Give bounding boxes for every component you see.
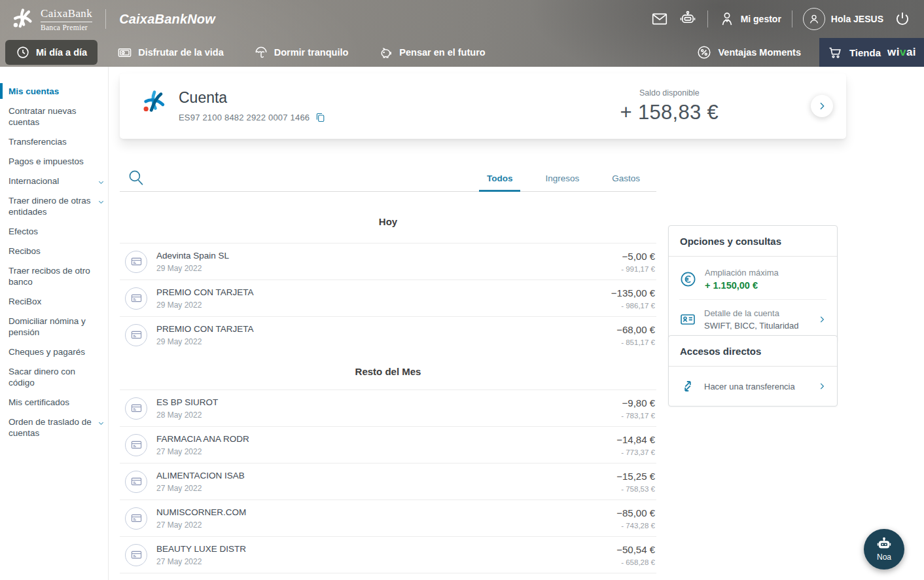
sidebar-item[interactable]: Efectos: [0, 221, 108, 241]
nav-label: Dormir tranquilo: [274, 47, 349, 58]
transaction-amount: −85,00 €: [616, 507, 655, 518]
transaction-name: NUMISCORNER.COM: [156, 507, 246, 517]
ventajas-label: Ventajas Moments: [718, 47, 801, 58]
transaction-date: 27 May 2022: [156, 484, 245, 493]
transaction-row[interactable]: ALIMENTACION ISAB27 May 2022−15,25 €- 75…: [120, 463, 656, 499]
transaction-row[interactable]: ES BP SIUROT28 May 2022−9,80 €- 783,17 €: [120, 390, 656, 426]
person-pin-icon: [719, 10, 736, 27]
transaction-date: 29 May 2022: [156, 300, 254, 310]
search-icon[interactable]: [127, 168, 145, 187]
chatbot-icon[interactable]: [679, 10, 697, 28]
sidebar-item[interactable]: Orden de traslado de cuentas: [0, 412, 108, 443]
ampliacion-maxima-item[interactable]: Ampliación máxima + 1.150,00 €: [679, 259, 826, 299]
transaction-date: 27 May 2022: [156, 447, 249, 456]
transactions-tabs: TodosIngresosGastos: [471, 166, 656, 192]
transaction-amount: −5,00 €: [621, 251, 655, 262]
transaction-name: BEAUTY LUXE DISTR: [156, 544, 246, 554]
sidebar-item[interactable]: Domiciliar nómina y pensión: [0, 311, 108, 342]
sidebar-item[interactable]: Pagos e impuestos: [0, 151, 108, 171]
id-card-icon: [679, 311, 696, 328]
sidebar-menu: Mis cuentasContratar nuevas cuentasTrans…: [0, 81, 108, 443]
card-transaction-icon: [125, 544, 147, 566]
transaction-row[interactable]: Adevinta Spain SL29 May 2022−5,00 €- 991…: [120, 243, 656, 280]
transactions-list: HoyAdevinta Spain SL29 May 2022−5,00 €- …: [120, 192, 656, 573]
transaction-balance: - 986,17 €: [611, 302, 655, 310]
nav-dormir-tranquilo[interactable]: Dormir tranquilo: [243, 40, 359, 65]
logout-power-icon[interactable]: [894, 10, 911, 27]
tab-ingresos[interactable]: Ingresos: [529, 166, 595, 192]
nav-label: Pensar en el futuro: [399, 47, 485, 58]
transaction-balance: - 758,53 €: [616, 485, 655, 493]
sidebar-item-label: Sacar dinero con código: [9, 367, 75, 388]
sidebar-item[interactable]: Mis cuentas: [0, 81, 108, 101]
sidebar: Mis cuentasContratar nuevas cuentasTrans…: [0, 67, 109, 580]
transaction-date: 27 May 2022: [156, 520, 246, 530]
hacer-transferencia-item[interactable]: Hacer una transferencia: [679, 369, 826, 403]
transaction-date: 29 May 2022: [156, 264, 229, 273]
transaction-row[interactable]: PREMIO CON TARJETA29 May 2022−135,00 €- …: [120, 280, 656, 316]
transaction-row[interactable]: FARMACIA ANA RODR27 May 2022−14,84 €- 77…: [120, 426, 656, 463]
noa-assistant-button[interactable]: Noa: [864, 529, 904, 570]
logo-text: CaixaBank Banca Premier: [41, 7, 92, 31]
sidebar-item[interactable]: Traer recibos de otro banco: [0, 261, 108, 291]
sidebar-item-label: Domiciliar nómina y pensión: [9, 316, 86, 337]
robot-icon: [876, 537, 893, 553]
sidebar-item[interactable]: Sacar dinero con código: [0, 361, 108, 392]
sidebar-item[interactable]: ReciBox: [0, 291, 108, 311]
nav-disfrutar-de-la-vida[interactable]: Disfrutar de la vida: [107, 40, 234, 65]
sidebar-item-label: Recibos: [9, 246, 41, 256]
transaction-balance: - 783,17 €: [621, 412, 655, 420]
nav-mi-dia-a-dia[interactable]: Mi día a día: [5, 40, 98, 65]
sidebar-item[interactable]: Internacional: [0, 171, 108, 190]
sidebar-item[interactable]: Transferencias: [0, 132, 108, 151]
detalle-cuenta-item[interactable]: Detalle de la cuenta SWIFT, BICC, Titula…: [679, 299, 826, 339]
options-panel: Opciones y consultas Ampliación máxima +…: [668, 225, 838, 342]
account-detail-button[interactable]: [811, 95, 833, 117]
chevron-right-icon: [817, 382, 826, 391]
sidebar-item-label: Pagos e impuestos: [9, 156, 84, 166]
tienda-wivai-button[interactable]: Tienda wivai: [819, 38, 924, 67]
sidebar-item[interactable]: Recibos: [0, 241, 108, 261]
transaction-row[interactable]: PREMIO CON TARJETA29 May 2022−68,00 €- 8…: [120, 316, 656, 353]
avatar: [803, 8, 825, 30]
transaction-row[interactable]: NUMISCORNER.COM27 May 2022−85,00 €- 743,…: [120, 499, 656, 536]
transaction-amount: −135,00 €: [611, 287, 655, 299]
sidebar-item-label: Cheques y pagarés: [9, 347, 85, 357]
shortcuts-panel-title: Accesos directos: [669, 336, 837, 367]
card-transaction-icon: [125, 434, 147, 456]
transactions-filter-bar: TodosIngresosGastos: [120, 164, 656, 192]
noa-label: Noa: [877, 553, 891, 562]
transaction-date: 28 May 2022: [156, 410, 218, 420]
nav-pensar-en-el-futuro[interactable]: Pensar en el futuro: [368, 40, 495, 65]
app-title: CaixaBankNow: [119, 12, 215, 27]
ventajas-moments-button[interactable]: Ventajas Moments: [696, 38, 801, 67]
tab-todos[interactable]: Todos: [471, 166, 529, 192]
sidebar-item[interactable]: Cheques y pagarés: [0, 342, 108, 361]
user-menu[interactable]: Hola JESUS: [803, 8, 883, 30]
transactions-section-title: Resto del Mes: [120, 353, 656, 390]
chevron-right-icon: [817, 101, 827, 111]
transaction-name: ES BP SIUROT: [156, 397, 218, 407]
ampliacion-label: Ampliación máxima: [705, 268, 779, 278]
card-transaction-icon: [125, 287, 147, 310]
transaction-date: 27 May 2022: [156, 557, 246, 566]
transaction-row[interactable]: BEAUTY LUXE DISTR27 May 2022−50,54 €- 65…: [120, 536, 656, 573]
wivai-logo: wivai: [887, 46, 916, 59]
mail-icon[interactable]: [651, 10, 668, 27]
transaction-balance: - 991,17 €: [621, 265, 655, 273]
sidebar-item[interactable]: Mis certificados: [0, 392, 108, 412]
sidebar-item-label: Traer recibos de otro banco: [9, 266, 90, 287]
sidebar-item[interactable]: Contratar nuevas cuentas: [0, 101, 108, 132]
transaction-name: PREMIO CON TARJETA: [156, 287, 254, 297]
sidebar-item[interactable]: Traer dinero de otras entidades: [0, 190, 108, 221]
tab-gastos[interactable]: Gastos: [595, 166, 656, 192]
percent-badge-icon: [696, 45, 712, 60]
caixabank-logo[interactable]: CaixaBank Banca Premier: [12, 7, 92, 31]
copy-iban-icon[interactable]: [315, 112, 326, 123]
account-summary-card[interactable]: Cuenta ES97 2100 8482 2922 0007 1466 Sal…: [120, 73, 846, 139]
mi-gestor-button[interactable]: Mi gestor: [719, 10, 781, 27]
sidebar-item-label: Transferencias: [9, 137, 67, 147]
transaction-amount: −14,84 €: [616, 434, 655, 445]
clock-icon: [16, 45, 30, 60]
piggybank-icon: [378, 45, 393, 60]
